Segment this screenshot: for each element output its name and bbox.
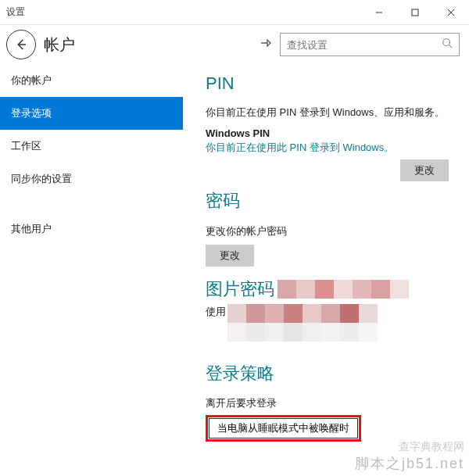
- svg-point-5: [443, 39, 450, 46]
- watermark-secondary: 查字典教程网: [399, 440, 464, 454]
- policy-label: 离开后要求登录: [206, 396, 452, 410]
- pin-change-button[interactable]: 更改: [400, 159, 449, 181]
- search-box[interactable]: [280, 33, 460, 56]
- policy-heading: 登录策略: [206, 362, 452, 385]
- sidebar-spacer: [0, 195, 183, 213]
- pin-link[interactable]: 你目前正在使用此 PIN 登录到 Windows。: [206, 141, 452, 155]
- sidebar-item-other-users[interactable]: 其他用户: [0, 213, 183, 245]
- sidebar-item-sync-settings[interactable]: 同步你的设置: [0, 163, 183, 195]
- sidebar: 你的帐户 登录选项 工作区 同步你的设置 其他用户: [0, 64, 184, 476]
- close-button[interactable]: [433, 0, 469, 25]
- sidebar-item-work-access[interactable]: 工作区: [0, 130, 183, 163]
- sidebar-item-signin-options[interactable]: 登录选项: [0, 97, 183, 130]
- picture-prefix: 使用: [206, 304, 226, 320]
- pin-desc: 你目前正在使用 PIN 登录到 Windows、应用和服务。: [206, 105, 452, 121]
- search-icon: [442, 38, 453, 52]
- window-title: 设置: [6, 5, 25, 19]
- page-title: 帐户: [44, 34, 75, 55]
- body: 你的帐户 登录选项 工作区 同步你的设置 其他用户 PIN 你目前正在使用 PI…: [0, 64, 469, 476]
- minimize-button[interactable]: [361, 0, 397, 25]
- back-button[interactable]: [6, 30, 36, 59]
- svg-rect-1: [412, 9, 418, 16]
- pin-icon[interactable]: [260, 37, 272, 52]
- pin-btn-row: 更改: [206, 155, 452, 181]
- watermark-main: 脚本之jb51.net: [355, 454, 464, 473]
- picture-heading: 图片密码: [206, 277, 274, 301]
- password-heading: 密码: [206, 189, 452, 213]
- svg-line-6: [449, 45, 453, 48]
- window-controls: [361, 0, 469, 25]
- header: 帐户: [0, 25, 469, 64]
- pixelated-censored-2: [227, 304, 378, 342]
- password-change-button[interactable]: 更改: [206, 245, 254, 267]
- policy-dropdown[interactable]: 当电脑从睡眠模式中被唤醒时: [209, 418, 358, 438]
- maximize-button[interactable]: [397, 0, 433, 25]
- pin-subheading: Windows PIN: [206, 127, 452, 139]
- highlight-annotation: 当电脑从睡眠模式中被唤醒时: [206, 415, 361, 442]
- pixelated-censored: [277, 280, 409, 299]
- password-desc: 更改你的帐户密码: [206, 224, 452, 240]
- content: PIN 你目前正在使用 PIN 登录到 Windows、应用和服务。 Windo…: [184, 64, 469, 476]
- sidebar-item-your-account[interactable]: 你的帐户: [0, 64, 183, 97]
- search-input[interactable]: [287, 39, 442, 51]
- pin-heading: PIN: [206, 73, 452, 94]
- titlebar: 设置: [0, 0, 469, 25]
